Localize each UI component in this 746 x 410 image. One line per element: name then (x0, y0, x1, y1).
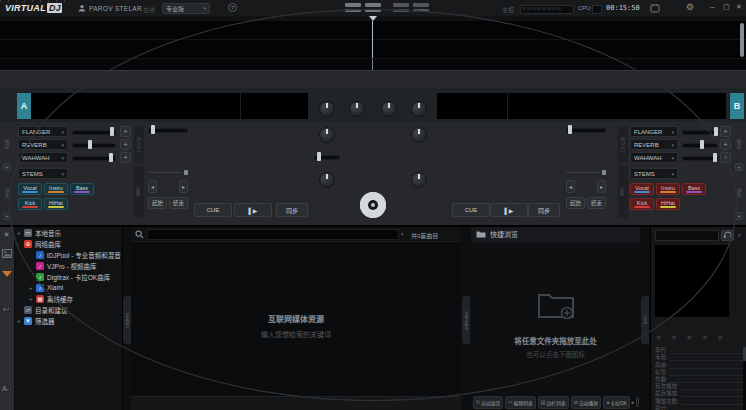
deck-b-fx-add-button[interactable]: + (720, 126, 731, 137)
sideview-tab-bar: ↻ 自动混音✂ 编辑列表▤ 边栏列表⇄ 自动播放● 卡拉OK▸ (473, 395, 639, 409)
artwork-icon[interactable] (2, 249, 12, 258)
mixer-left-filter-knob[interactable] (319, 172, 335, 188)
tab-icon: ✂ (508, 399, 512, 405)
minimize-button[interactable]: – (710, 2, 714, 11)
sideview-more-button[interactable]: ▸ (632, 397, 635, 408)
help-icon[interactable]: ? (228, 3, 237, 12)
field-value (670, 355, 743, 361)
logo-virtual: VIRTUAL (5, 3, 46, 13)
sideview-settings-button[interactable] (636, 397, 639, 407)
field-value (681, 391, 743, 397)
track-field-row: 播放次数: (655, 397, 743, 404)
mixer-left-mic-knob[interactable] (319, 127, 335, 143)
clock: 00:15:50 (606, 4, 640, 12)
browser-rail: ★ ↩ A- (0, 227, 15, 410)
wave-scrollbar[interactable] (740, 23, 744, 57)
funnel-icon: ▼ (24, 317, 32, 325)
deck-b-play-button[interactable]: ▌▶ (490, 203, 528, 217)
track-field-row: 总计: (655, 405, 743, 410)
deck-b-badge: B (730, 93, 744, 119)
caret-down-icon: ▾ (203, 5, 206, 11)
field-value (670, 348, 743, 354)
close-button[interactable]: ✕ (736, 3, 742, 11)
tab-icon: ↻ (476, 399, 480, 405)
field-value (670, 406, 743, 410)
maximize-button[interactable]: ▢ (723, 3, 730, 11)
user-icon (78, 4, 86, 12)
mixer-right-mic-knob[interactable] (411, 127, 427, 143)
app-logo: VIRTUAL DJ (5, 2, 62, 14)
master-meter-label: 主控 (502, 5, 514, 14)
mixer-channel-b-gain-knob[interactable] (381, 101, 397, 117)
sideview-tab-自动播放[interactable]: ⇄ 自动播放 (571, 396, 601, 409)
field-value (670, 377, 743, 383)
sideview-tab-自动混音[interactable]: ↻ 自动混音 (473, 396, 503, 409)
favorites-icon[interactable]: ★ (3, 230, 10, 239)
master-meter (520, 5, 574, 14)
expand-toggle-icon[interactable]: + (17, 318, 24, 324)
mixer-channel-a-gain-knob[interactable] (349, 101, 365, 117)
tab-icon: ▤ (541, 399, 546, 405)
field-value (670, 370, 743, 376)
box-icon: ▦ (36, 295, 44, 303)
track-field-row: 风格: (655, 361, 743, 368)
mixer-left-mic-slider[interactable] (314, 152, 340, 161)
edition-select[interactable]: 专业版 ▾ (162, 3, 210, 14)
deck-a-rail-fx-label: 音效 (3, 127, 11, 161)
deck-b-sync-button[interactable]: 同步 (528, 203, 560, 217)
sidebar-item-label: 筛选器 (35, 316, 55, 326)
calendar-icon[interactable] (650, 3, 660, 13)
cpu-label: CPU (578, 5, 591, 11)
deck-b-rail-fx-label: 音效 (735, 127, 743, 161)
field-value (681, 399, 743, 405)
tab-icon: ● (606, 399, 609, 405)
track-field-row: 标签: (655, 369, 743, 376)
track-field-row: 专辑: (655, 354, 743, 361)
virtualdj-window: VIRTUAL DJ PAROV STELAR 在线 专业版 ▾ ? 主控 (0, 0, 746, 410)
logo-dj: DJ (47, 3, 63, 13)
rating-stars[interactable]: ★ ★ ★ ★ ★ (655, 333, 727, 342)
mixer-right-filter-knob[interactable] (411, 172, 427, 188)
edition-label: 专业版 (166, 4, 184, 13)
folder-icon: ▱ (24, 306, 32, 314)
font-size-toggle[interactable]: A- (2, 385, 9, 392)
user-name: PAROV STELAR (89, 5, 142, 12)
cpu-meter (592, 5, 602, 14)
tab-icon: ⇄ (574, 399, 578, 405)
field-label: 总计: (655, 404, 668, 410)
deck-a-badge: A (17, 93, 31, 119)
deck-b-rail-button[interactable]: + (735, 163, 743, 171)
mixer-right-eq-knob[interactable] (411, 101, 427, 117)
sideview-tab-编辑列表[interactable]: ✂ 编辑列表 (505, 396, 535, 409)
track-fields: 年代: 专辑: 风格: 标签: 作曲: 首次播放: 最近播放: 播放次数: 总计… (655, 347, 743, 410)
mixer-left-eq-knob[interactable] (319, 101, 335, 117)
sideview-tab-卡拉OK[interactable]: ● 卡拉OK (603, 396, 630, 409)
track-field-row: 年代: (655, 347, 743, 354)
undo-icon[interactable]: ↩ (3, 305, 10, 314)
sideview-tab-边栏列表[interactable]: ▤ 边栏列表 (538, 396, 569, 409)
field-value (670, 363, 743, 369)
filter-funnel-icon[interactable] (2, 271, 12, 277)
online-status: 在线 (143, 5, 155, 14)
field-value (681, 384, 743, 390)
deck-b-cue-button[interactable]: CUE (452, 203, 490, 217)
expand-toggle-icon[interactable]: + (29, 285, 36, 291)
user-account[interactable]: PAROV STELAR (78, 3, 142, 13)
info-menu-caret[interactable]: ▾ (738, 232, 741, 238)
deck-a-rail-button[interactable]: + (3, 163, 11, 171)
gear-icon[interactable]: ⚙ (686, 2, 694, 12)
expand-toggle-icon[interactable]: + (29, 296, 36, 302)
